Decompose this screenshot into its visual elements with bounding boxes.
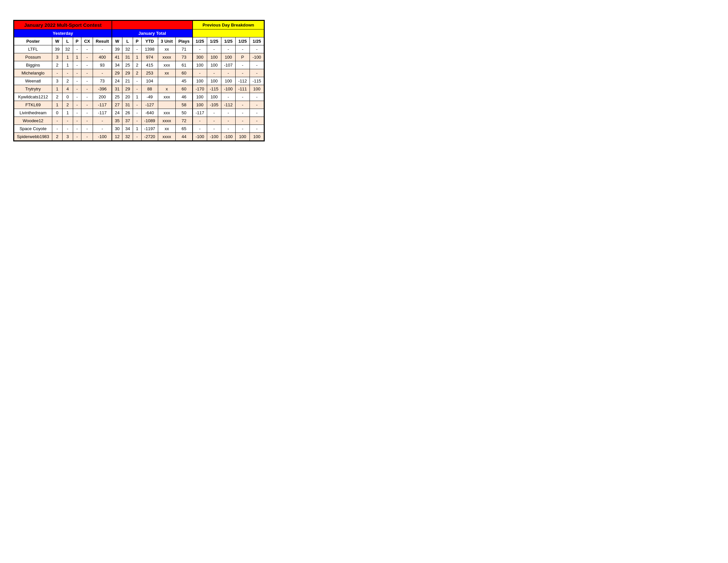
cell-value: -396	[93, 85, 112, 93]
cell-value: -	[73, 45, 81, 53]
cell-value: 39	[52, 45, 62, 53]
cell-value: 300	[193, 53, 207, 61]
cell-value: 30	[112, 125, 122, 133]
cell-value: -	[81, 45, 93, 53]
cell-value: 2	[133, 69, 141, 77]
cell-value: -115	[207, 85, 221, 93]
cell-value: 100	[207, 77, 221, 85]
cell-value: 45	[175, 77, 192, 85]
col-plays: Plays	[175, 37, 192, 45]
main-table-wrapper: January 2022 Mult-Sport Contest Previous…	[13, 20, 265, 141]
col-l-j: L	[122, 37, 133, 45]
cell-value: -	[73, 125, 81, 133]
cell-value: 60	[175, 69, 192, 77]
poster-name: LTFL	[14, 45, 52, 53]
cell-value: xx	[158, 45, 175, 53]
poster-name: Kywildcats1212	[14, 93, 52, 101]
cell-value: 1	[63, 61, 73, 69]
cell-value: 2	[63, 101, 73, 109]
cell-value: -	[73, 117, 81, 125]
cell-value: -117	[193, 109, 207, 117]
table-row: LTFL3932---3932-1398xx71-----	[14, 45, 264, 53]
cell-value: 415	[141, 61, 158, 69]
january-header: January Total	[112, 29, 193, 37]
cell-value: 1	[133, 53, 141, 61]
table-row: Woodee12-----3537--1089xxxx72-----	[14, 117, 264, 125]
cell-value: -	[236, 117, 250, 125]
cell-value: -	[207, 45, 221, 53]
cell-value: -	[236, 69, 250, 77]
cell-value: 2	[52, 61, 62, 69]
poster-name: FTKL69	[14, 101, 52, 109]
cell-value: 2	[52, 133, 62, 141]
cell-value: -	[73, 61, 81, 69]
cell-value: -105	[207, 101, 221, 109]
col-p-j: P	[133, 37, 141, 45]
cell-value: xx	[158, 125, 175, 133]
cell-value: P	[236, 53, 250, 61]
cell-value: -	[63, 69, 73, 77]
col-3unit: 3 Unit	[158, 37, 175, 45]
poster-name: Michelanglo	[14, 69, 52, 77]
prevday-header: Previous Day Breakdown	[193, 21, 264, 29]
poster-name: Space Coyote	[14, 125, 52, 133]
cell-value: 1	[63, 53, 73, 61]
cell-value: -115	[250, 77, 264, 85]
cell-value: 72	[175, 117, 192, 125]
table-row: Biggins21--9334252415xxx61100100-107--	[14, 61, 264, 69]
col-p-y: P	[73, 37, 81, 45]
cell-value: -	[133, 101, 141, 109]
poster-name: Livinthedream	[14, 109, 52, 117]
cell-value: xxxx	[158, 117, 175, 125]
cell-value: -	[133, 109, 141, 117]
cell-value: -	[52, 125, 62, 133]
cell-value: 4	[63, 85, 73, 93]
cell-value: -	[81, 85, 93, 93]
cell-value: 3	[63, 133, 73, 141]
cell-value: -	[93, 69, 112, 77]
cell-value: 93	[93, 61, 112, 69]
cell-value: xxx	[158, 109, 175, 117]
cell-value: -	[81, 93, 93, 101]
cell-value: -	[250, 125, 264, 133]
cell-value: 3	[52, 53, 62, 61]
cell-value: -100	[93, 133, 112, 141]
cell-value: 71	[175, 45, 192, 53]
cell-value: -	[81, 101, 93, 109]
cell-value: -	[236, 101, 250, 109]
cell-value: 29	[122, 69, 133, 77]
cell-value: -117	[93, 101, 112, 109]
cell-value: 34	[112, 61, 122, 69]
cell-value: 25	[122, 61, 133, 69]
cell-value: -1089	[141, 117, 158, 125]
cell-value: 1	[133, 93, 141, 101]
cell-value: 100	[221, 53, 236, 61]
cell-value: -	[236, 45, 250, 53]
cell-value: 73	[175, 53, 192, 61]
cell-value: 100	[250, 85, 264, 93]
poster-name: Woodee12	[14, 117, 52, 125]
cell-value: 100	[193, 77, 207, 85]
cell-value: -	[250, 45, 264, 53]
cell-value: 100	[207, 93, 221, 101]
cell-value: 100	[193, 101, 207, 109]
cell-value: -	[93, 117, 112, 125]
cell-value: -	[221, 93, 236, 101]
cell-value: 0	[52, 109, 62, 117]
cell-value: 1	[52, 101, 62, 109]
cell-value: xxx	[158, 61, 175, 69]
cell-value: -	[207, 117, 221, 125]
cell-value: xxxx	[158, 133, 175, 141]
cell-value: -	[193, 117, 207, 125]
cell-value: 1	[133, 125, 141, 133]
cell-value: x	[158, 85, 175, 93]
cell-value: -	[221, 69, 236, 77]
cell-value: 61	[175, 61, 192, 69]
cell-value: 46	[175, 93, 192, 101]
contest-table: January 2022 Mult-Sport Contest Previous…	[14, 21, 264, 141]
cell-value: 25	[112, 93, 122, 101]
table-body: LTFL3932---3932-1398xx71-----Possum311-4…	[14, 45, 264, 141]
cell-value: -	[236, 93, 250, 101]
cell-value: -	[81, 69, 93, 77]
cell-value: -	[133, 85, 141, 93]
